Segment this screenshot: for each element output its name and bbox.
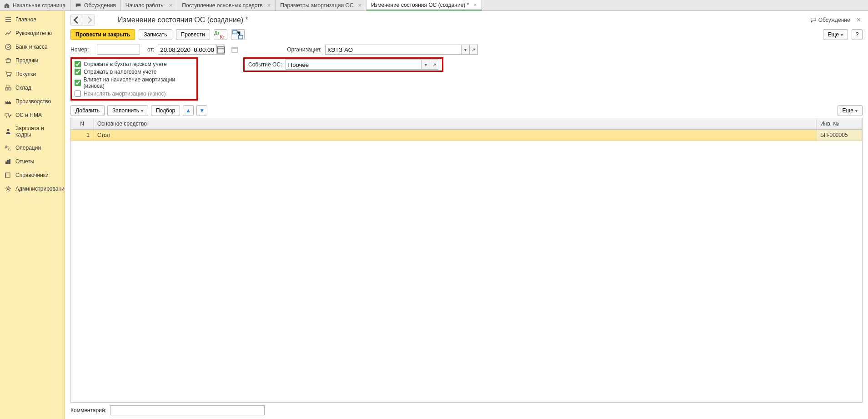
svg-rect-18	[233, 30, 237, 34]
open-button[interactable]: ↗	[430, 60, 438, 70]
number-input[interactable]	[97, 45, 140, 55]
discussion-label: Обсуждение	[818, 17, 850, 23]
sidebar-item-warehouse[interactable]: Склад	[0, 81, 65, 95]
sidebar-item-bank[interactable]: ₽ Банк и касса	[0, 40, 65, 54]
post-close-button[interactable]: Провести и закрыть	[70, 29, 135, 40]
svg-text:Кт: Кт	[8, 148, 11, 151]
discussion-link[interactable]: Обсуждение	[810, 17, 850, 23]
tab-receipt[interactable]: Поступление основных средств ×	[177, 0, 276, 10]
sidebar-item-manager[interactable]: Руководителю	[0, 26, 65, 40]
main-toolbar: Провести и закрыть Записать Провести ДтК…	[65, 28, 868, 44]
col-inv[interactable]: Инв. №	[817, 118, 862, 129]
move-up-button[interactable]: ▲	[183, 105, 194, 116]
save-button[interactable]: Записать	[139, 29, 172, 40]
sidebar-item-operations[interactable]: ДтКт Операции	[0, 141, 65, 155]
tab-home-label: Начальная страница	[13, 2, 65, 9]
chk-nu-row[interactable]: Отражать в налоговом учете	[75, 69, 194, 75]
table-body[interactable]: 1 Стол БП-000005	[71, 130, 862, 402]
svg-point-8	[9, 116, 10, 118]
svg-rect-19	[238, 35, 242, 39]
close-icon[interactable]: ×	[169, 2, 173, 9]
close-doc-button[interactable]: ×	[855, 16, 863, 24]
tab-discussions[interactable]: Обсуждения	[70, 0, 121, 10]
col-asset[interactable]: Основное средство	[94, 118, 817, 129]
tab-start[interactable]: Начало работы ×	[121, 0, 178, 10]
chk-nu-label: Отражать в налоговом учете	[84, 69, 156, 75]
svg-point-2	[7, 76, 8, 77]
fill-button[interactable]: Заполнить	[107, 105, 148, 116]
col-n[interactable]: N	[71, 118, 94, 129]
sidebar-item-admin[interactable]: Администрирование	[0, 182, 65, 196]
sidebar-item-sales[interactable]: Продажи	[0, 54, 65, 67]
content: Изменение состояния ОС (создание) * Обсу…	[65, 11, 868, 419]
comment-input[interactable]	[110, 405, 265, 415]
sidebar-label: Отчеты	[15, 158, 34, 165]
move-down-button[interactable]: ▼	[196, 105, 207, 116]
sidebar-label: Администрирование	[15, 186, 67, 192]
svg-text:Дт: Дт	[214, 30, 220, 35]
sidebar-label: Производство	[15, 98, 51, 105]
ruble-icon: ₽	[5, 43, 12, 50]
sidebar-label: Склад	[15, 85, 31, 91]
dropdown-button[interactable]: ▾	[422, 60, 430, 70]
chk-calc[interactable]	[75, 91, 81, 97]
sidebar-item-purchases[interactable]: Покупки	[0, 67, 65, 81]
select-button[interactable]: Подбор	[151, 105, 180, 116]
chk-bu-label: Отражать в бухгалтерском учете	[84, 61, 167, 67]
tab-home[interactable]: Начальная страница	[0, 0, 70, 10]
svg-point-15	[7, 188, 9, 190]
sidebar-item-production[interactable]: Производство	[0, 95, 65, 108]
sidebar-item-refs[interactable]: Справочники	[0, 168, 65, 182]
sidebar-item-salary[interactable]: Зарплата и кадры	[0, 122, 65, 141]
chk-affect-row[interactable]: Влияет на начисление амортизации (износа…	[75, 76, 194, 89]
calendar-button[interactable]	[217, 45, 225, 55]
close-icon[interactable]: ×	[358, 2, 362, 9]
content-header: Изменение состояния ОС (создание) * Обсу…	[65, 11, 868, 28]
svg-point-7	[6, 116, 7, 118]
tab-params[interactable]: Параметры амортизации ОС ×	[276, 0, 366, 10]
close-icon[interactable]: ×	[267, 2, 271, 9]
link-button[interactable]	[231, 29, 245, 40]
svg-text:Кт: Кт	[220, 34, 225, 40]
add-button[interactable]: Добавить	[70, 105, 105, 116]
sidebar-label: Операции	[15, 145, 41, 151]
chk-bu-row[interactable]: Отражать в бухгалтерском учете	[75, 61, 194, 67]
date-input[interactable]	[158, 45, 217, 55]
chk-bu[interactable]	[75, 61, 81, 67]
dropdown-button[interactable]: ▾	[462, 45, 470, 55]
chk-calc-row[interactable]: Начислять амортизацию (износ)	[75, 91, 194, 97]
truck-icon	[5, 111, 12, 119]
tab-discussions-label: Обсуждения	[84, 2, 116, 9]
cart-icon	[5, 71, 12, 78]
sidebar-item-main[interactable]: Главное	[0, 13, 65, 26]
date-input-group	[158, 45, 225, 55]
dtkt-button[interactable]: ДтКт	[214, 29, 227, 40]
table-more-button[interactable]: Еще	[838, 105, 863, 116]
sidebar-label: Справочники	[15, 172, 49, 178]
tab-change[interactable]: Изменение состояния ОС (создание) * ×	[366, 0, 482, 10]
chk-affect[interactable]	[75, 80, 81, 86]
event-input[interactable]	[286, 60, 422, 70]
sidebar-label: Продажи	[15, 57, 38, 64]
open-button[interactable]: ↗	[470, 45, 478, 55]
post-button[interactable]: Провести	[176, 29, 210, 40]
back-button[interactable]	[71, 15, 83, 25]
more-button[interactable]: Еще	[823, 29, 848, 40]
table-row[interactable]: 1 Стол БП-000005	[71, 130, 862, 141]
org-input-group: ▾ ↗	[325, 45, 478, 55]
chk-nu[interactable]	[75, 69, 81, 75]
close-icon[interactable]: ×	[473, 1, 477, 8]
home-icon	[4, 2, 10, 9]
help-button[interactable]: ?	[852, 29, 863, 40]
cell-asset[interactable]: Стол	[94, 130, 817, 141]
chart-up-icon	[5, 30, 12, 37]
cell-n[interactable]: 1	[71, 130, 94, 141]
sidebar-item-fixed[interactable]: ОС и НМА	[0, 108, 65, 122]
from-label: от:	[147, 46, 154, 53]
event-label: Событие ОС:	[248, 61, 282, 68]
svg-point-3	[10, 76, 10, 77]
calendar-icon[interactable]	[231, 46, 238, 53]
org-input[interactable]	[325, 45, 462, 55]
cell-inv[interactable]: БП-000005	[817, 130, 862, 141]
sidebar-item-reports[interactable]: Отчеты	[0, 155, 65, 168]
